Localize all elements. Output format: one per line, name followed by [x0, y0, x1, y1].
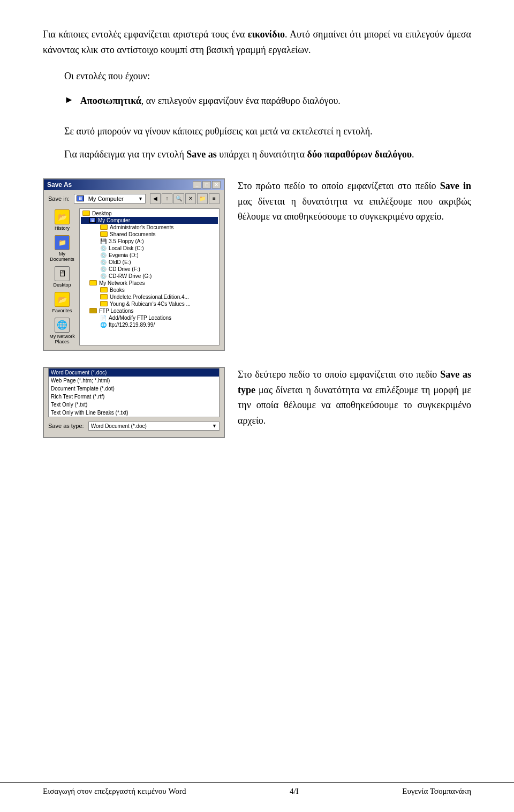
file-label: My Network Places	[99, 280, 145, 286]
history-icon: 📂	[55, 209, 70, 224]
sidebar-favorites[interactable]: 📂 Favorites	[48, 291, 76, 314]
dialog-title-bar: Save As _ □ ✕	[44, 179, 224, 190]
paragraph-4: Για παράδειγμα για την εντολή Save as υπ…	[64, 147, 471, 162]
save-as-type-dropdown[interactable]: Word Document (*.doc) ▼	[88, 422, 220, 431]
para1-text: Για κάποιες εντολές εμφανίζεται αριστερά…	[43, 29, 248, 40]
delete-button[interactable]: ✕	[185, 193, 196, 204]
file-label: CD-RW Drive (G:)	[109, 273, 152, 279]
file-item-undelete[interactable]: Undelete.Professional.Edition.4...	[81, 294, 218, 300]
drive-icon: 💿	[100, 273, 107, 279]
right-paragraph-2: Στο δεύτερο πεδίο το οποίο εμφανίζεται σ…	[238, 367, 471, 428]
footer-left: Εισαγωγή στον επεξεργαστή κειμένου Word	[43, 787, 186, 796]
type-word-doc[interactable]: Word Document (*.doc)	[49, 369, 219, 377]
file-item-ftp[interactable]: FTP Locations	[81, 307, 218, 314]
para2-text: Οι εντολές που έχουν:	[64, 71, 150, 81]
file-label: Shared Documents	[110, 231, 156, 237]
right-text-section: Στο πρώτο πεδίο το οποίο εμφανίζεται στο…	[238, 178, 471, 230]
desktop-icon: 🖥	[55, 266, 70, 281]
file-label: Local Disk (C:)	[109, 245, 144, 251]
file-label: Add/Modify FTP Locations	[109, 315, 171, 321]
sidebar-history-label: History	[55, 225, 70, 231]
maximize-button[interactable]: □	[202, 181, 211, 189]
type-list-dialog: Word Document (*.doc) Web Page (*.htm; *…	[43, 367, 225, 438]
folder-icon	[100, 301, 108, 306]
type-list: Word Document (*.doc) Web Page (*.htm; *…	[48, 368, 220, 417]
file-item-admin-docs[interactable]: Administrator's Documents	[81, 224, 218, 231]
file-label: CD Drive (F:)	[109, 266, 140, 272]
sidebar-my-documents[interactable]: 📁 My Documents	[48, 234, 76, 263]
file-item-desktop[interactable]: Desktop	[81, 210, 218, 217]
drive-icon: 💿	[100, 245, 107, 251]
file-item-evgenia[interactable]: 💿 Evgenia (D:)	[81, 252, 218, 259]
type-txt[interactable]: Text Only (*.txt)	[49, 401, 219, 409]
file-item-oldd[interactable]: 💿 OldD (E:)	[81, 259, 218, 266]
file-item-shared-docs[interactable]: Shared Documents	[81, 231, 218, 238]
up-button[interactable]: ↑	[162, 193, 172, 204]
file-item-mycomputer[interactable]: 🖥 My Computer	[81, 217, 218, 224]
page: Για κάποιες εντολές εμφανίζεται αριστερά…	[0, 0, 514, 812]
file-label: OldD (E:)	[109, 259, 131, 265]
file-item-add-ftp[interactable]: 📄 Add/Modify FTP Locations	[81, 314, 218, 321]
paragraph-1: Για κάποιες εντολές εμφανίζεται αριστερά…	[43, 27, 471, 58]
save-in-row: Save in: 🖥 My Computer ▼ ◀ ↑ 🔍 ✕ 📁 ≡	[44, 190, 224, 206]
file-label: Evgenia (D:)	[109, 252, 139, 258]
file-item-cd-drive[interactable]: 💿 CD Drive (F:)	[81, 266, 218, 273]
type-web-page[interactable]: Web Page (*.htm; *.html)	[49, 377, 219, 385]
computer-icon: 🖥	[77, 196, 84, 201]
file-item-cdrw[interactable]: 💿 CD-RW Drive (G:)	[81, 273, 218, 280]
content-area: Για κάποιες εντολές εμφανίζεται αριστερά…	[43, 21, 471, 769]
folder-icon	[100, 224, 108, 230]
sidebar-desktop[interactable]: 🖥 Desktop	[48, 265, 76, 289]
bullet-text: Αποσιωπητικά, αν επιλεγούν εμφανίζουν έν…	[80, 93, 341, 109]
para4-bold2: δύο παραθύρων διαλόγου	[307, 149, 412, 160]
minimize-button[interactable]: _	[193, 181, 201, 189]
bottom-two-col: Word Document (*.doc) Web Page (*.htm; *…	[43, 367, 471, 438]
new-folder-button[interactable]: 📁	[197, 193, 208, 204]
file-label: FTP Locations	[99, 308, 133, 314]
type-doc-template[interactable]: Document Template (*.dot)	[49, 385, 219, 393]
right-text1-end: μας δίνεται η δυνατότητα να επιλέξουμε π…	[238, 196, 471, 222]
file-item-ftp-url[interactable]: 🌐 ftp://129.219.89.99/	[81, 321, 218, 328]
views-button[interactable]: ≡	[209, 193, 220, 204]
sidebar-favorites-label: Favorites	[52, 308, 72, 313]
file-item-network-places[interactable]: My Network Places	[81, 280, 218, 287]
folder-icon	[100, 287, 108, 292]
link-icon: 🌐	[100, 322, 107, 328]
right-text2-end: μας δίνεται η δυνατότητα να επιλέξουμε τ…	[238, 385, 471, 426]
save-as-type-image: Word Document (*.doc) Web Page (*.htm; *…	[43, 367, 225, 438]
file-label: ftp://129.219.89.99/	[109, 322, 155, 328]
file-item-local-disk[interactable]: 💿 Local Disk (C:)	[81, 245, 218, 252]
file-label: Books	[110, 287, 125, 293]
network-icon: 🌐	[55, 318, 70, 333]
para4-prefix: Για παράδειγμα για την εντολή	[64, 149, 186, 160]
sidebar-network[interactable]: 🌐 My Network Places	[48, 317, 76, 345]
type-txt-breaks[interactable]: Text Only with Line Breaks (*.txt)	[49, 409, 219, 417]
save-as-dialog-image: Save As _ □ ✕ Save in: 🖥 My Computer ▼	[43, 178, 225, 351]
right-paragraph-1: Στο πρώτο πεδίο το οποίο εμφανίζεται στο…	[238, 178, 471, 224]
file-item-books[interactable]: Books	[81, 287, 218, 294]
computer-icon-sm: 🖥	[89, 217, 96, 223]
file-label: Undelete.Professional.Edition.4...	[110, 294, 189, 300]
folder-icon	[82, 210, 90, 216]
two-column-section: Save As _ □ ✕ Save in: 🖥 My Computer ▼	[43, 178, 471, 351]
save-in-label: Save in:	[48, 196, 70, 202]
drive-icon: 💿	[100, 259, 107, 265]
file-list: Desktop 🖥 My Computer Administrator's Do…	[79, 208, 220, 345]
drive-icon: 💿	[100, 252, 107, 258]
file-item-young[interactable]: Young & Rubicam's 4Cs Values ...	[81, 300, 218, 307]
sidebar-history[interactable]: 📂 History	[48, 208, 76, 232]
back-button[interactable]: ◀	[150, 193, 161, 204]
file-icon-sm: 📄	[100, 315, 107, 321]
right-text2: Στο δεύτερο πεδίο το οποίο εμφανίζεται σ…	[238, 369, 440, 380]
save-in-dropdown[interactable]: 🖥 My Computer ▼	[74, 194, 146, 204]
para4-end: .	[412, 149, 414, 160]
close-button[interactable]: ✕	[212, 181, 221, 189]
file-item-floppy[interactable]: 💾 3.5 Floppy (A:)	[81, 238, 218, 245]
paragraph-2: Οι εντολές που έχουν:	[64, 69, 471, 84]
file-label: Administrator's Documents	[110, 224, 173, 230]
search-button[interactable]: 🔍	[173, 193, 184, 204]
sidebar-desktop-label: Desktop	[53, 282, 71, 288]
left-sidebar: 📂 History 📁 My Documents 🖥 Desktop	[48, 208, 76, 345]
para3-text: Σε αυτό μπορούν να γίνουν κάποιες ρυθμίσ…	[64, 126, 373, 137]
type-rtf[interactable]: Rich Text Format (*.rtf)	[49, 393, 219, 401]
